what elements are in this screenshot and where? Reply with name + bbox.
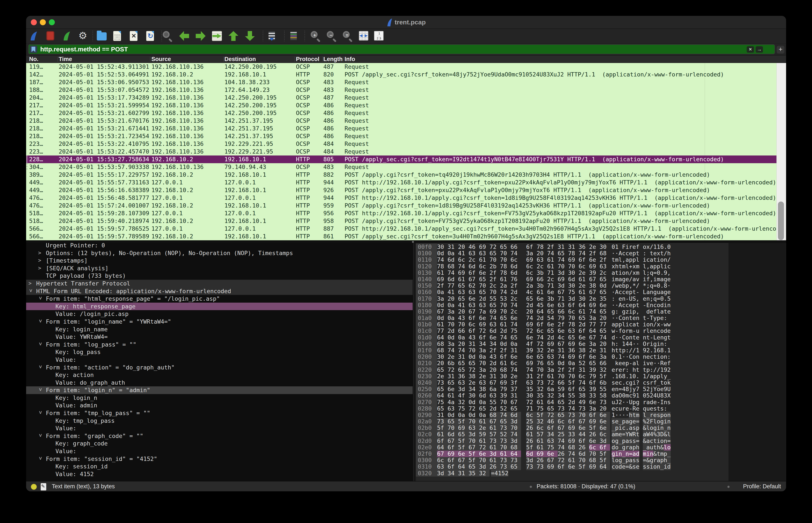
hex-byte[interactable]: 6e [599, 418, 610, 425]
ascii-char[interactable]: l [664, 444, 667, 451]
hex-byte[interactable]: 79 [500, 386, 511, 392]
ascii-char[interactable]: J [615, 399, 619, 405]
hex-byte[interactable]: 70 [490, 256, 500, 263]
ascii-char[interactable]: 9 [643, 347, 646, 354]
hex-row[interactable]: 0190673a20677a69702c206465666c617465g: g… [416, 308, 728, 315]
hex-row[interactable]: 01b06170706c69636174696f6e2f782d7777appl… [416, 321, 728, 328]
ascii-char[interactable]: a [650, 373, 653, 379]
hex-byte[interactable]: 6f [468, 328, 479, 334]
ascii-char[interactable]: - [643, 302, 646, 308]
expander-open-icon[interactable]: > [36, 411, 44, 415]
hex-byte[interactable]: 79 [558, 315, 568, 321]
packet-row[interactable]: 188…2024-05-01 15:53:07.054572192.168.11… [26, 86, 776, 94]
detail-tree-item[interactable]: >Form item: "session_id" = "4152" [26, 455, 413, 463]
hex-byte[interactable]: 2e [589, 244, 599, 250]
hex-byte[interactable]: 69 [589, 302, 599, 308]
ascii-char[interactable]: / [653, 367, 657, 373]
ascii-char[interactable]: e [643, 295, 646, 302]
hex-byte[interactable]: 6e [547, 321, 558, 328]
hex-byte[interactable]: 74 [437, 256, 447, 263]
hex-byte[interactable]: 6e [578, 425, 589, 431]
ascii-char[interactable]: m [615, 431, 619, 437]
ascii-char[interactable]: a [643, 431, 646, 437]
packet-row[interactable]: 223…2024-05-01 15:53:22.410795192.168.11… [26, 140, 776, 148]
hex-byte[interactable]: 68 [500, 367, 511, 373]
ascii-char[interactable]: 0 [612, 244, 615, 250]
hex-byte[interactable]: 6d [447, 276, 458, 283]
hex-byte[interactable]: 5f [599, 451, 610, 457]
ascii-char[interactable]: p [626, 360, 629, 366]
hex-byte[interactable]: 74 [447, 347, 458, 354]
ascii-char[interactable]: r [650, 379, 653, 386]
ascii-char[interactable]: a [646, 399, 650, 405]
ascii-char[interactable]: m [636, 412, 640, 418]
hex-byte[interactable]: 65 [500, 315, 511, 321]
hex-byte[interactable]: 0a [479, 354, 490, 360]
ascii-char[interactable]: 2 [646, 418, 650, 425]
ascii-char[interactable]: i [650, 464, 653, 470]
packet-row[interactable]: 566…2024-05-01 15:59:57.786525127.0.0.11… [26, 225, 776, 233]
hex-byte[interactable]: 4f [526, 341, 537, 347]
hex-byte[interactable]: 39 [500, 392, 511, 399]
hex-byte[interactable]: 3a [599, 354, 610, 360]
ascii-char[interactable]: g [619, 457, 622, 464]
hex-byte[interactable]: 6f [526, 244, 537, 250]
ascii-char[interactable]: & [643, 425, 646, 431]
ascii-char[interactable]: · [626, 354, 629, 360]
ascii-char[interactable]: a [632, 321, 636, 328]
hex-byte[interactable]: 5f [589, 425, 599, 431]
hex-byte[interactable]: 6c [437, 457, 447, 464]
hex-byte[interactable]: 6e [568, 464, 578, 470]
ascii-char[interactable]: _ [622, 451, 626, 457]
detail-tree-item[interactable]: Urgent Pointer: 0 [26, 243, 413, 249]
ascii-char[interactable]: t [660, 379, 664, 386]
hex-byte[interactable]: 70 [479, 360, 490, 366]
hex-byte[interactable]: 3a [526, 250, 537, 256]
ascii-char[interactable]: t [615, 347, 619, 354]
detail-tree-item[interactable]: >[Timestamps] [26, 257, 413, 265]
hex-byte[interactable]: 6e [458, 451, 468, 457]
ascii-char[interactable]: n [650, 302, 653, 308]
ascii-char[interactable]: a [615, 392, 619, 399]
hex-row[interactable]: 01207868746d6c2b786d6c2c6170706c6963xhtm… [416, 263, 728, 270]
ascii-char[interactable] [646, 250, 650, 256]
hex-byte[interactable]: 74 [500, 412, 511, 418]
hex-byte[interactable]: 6c [479, 263, 490, 270]
hex-row[interactable]: 0210206b6565702d616c6976650d0a526566 kee… [416, 360, 728, 366]
zoom-in-icon[interactable] [311, 31, 317, 38]
ascii-char[interactable]: s [646, 379, 650, 386]
hex-byte[interactable]: 69 [479, 321, 490, 328]
hex-byte[interactable]: 2c [599, 270, 610, 276]
ascii-char[interactable]: 1 [653, 244, 657, 250]
hex-byte[interactable]: 61 [578, 276, 589, 283]
hex-byte[interactable]: 78 [500, 263, 511, 270]
ascii-char[interactable]: m [660, 451, 664, 457]
hex-byte[interactable]: 5f [578, 464, 589, 470]
hex-byte[interactable]: 3a [447, 341, 458, 347]
ascii-char[interactable]: . [660, 283, 664, 289]
ascii-char[interactable]: o [660, 438, 664, 444]
packet-row[interactable]: 119…2024-05-01 15:52:43.911301192.168.11… [26, 63, 776, 71]
ascii-char[interactable]: t [657, 451, 660, 457]
ascii-char[interactable]: p [622, 438, 626, 444]
ascii-char[interactable]: n [667, 302, 671, 308]
ascii-char[interactable]: r [653, 457, 657, 464]
hex-byte[interactable]: 0d [437, 250, 447, 256]
ascii-char[interactable]: t [667, 334, 671, 341]
hex-byte[interactable]: 63 [468, 425, 479, 431]
ascii-char[interactable]: U [657, 392, 660, 399]
ascii-char[interactable]: g [612, 451, 615, 457]
ascii-char[interactable]: o [657, 418, 660, 425]
hex-byte[interactable]: 67 [490, 379, 500, 386]
ascii-char[interactable]: q [653, 295, 657, 302]
hex-byte[interactable]: 70 [500, 302, 511, 308]
hex-byte[interactable]: 67 [468, 308, 479, 315]
ascii-char[interactable]: 5 [501, 470, 505, 476]
hex-byte[interactable]: 69 [526, 256, 537, 263]
ascii-char[interactable]: t [612, 256, 615, 263]
ascii-char[interactable]: C [622, 334, 626, 341]
ascii-char[interactable]: u [646, 405, 650, 412]
hex-byte[interactable]: 69 [568, 341, 578, 347]
ascii-char[interactable]: m [643, 451, 646, 457]
ascii-char[interactable]: . [612, 373, 615, 379]
